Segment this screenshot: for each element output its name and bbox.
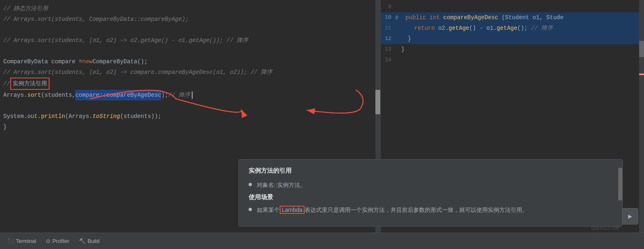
lambda-highlight: Lambda [280,206,305,214]
popup-bullet-text: 对象名::实例方法。 [257,180,306,189]
popup-bullet-1: 对象名::实例方法。 [249,180,613,189]
profiler-label: Profiler [52,238,69,244]
method-tostring: toString [92,111,120,122]
selected-method-ref: compare::compareByAgeDesc [75,90,161,100]
scrollbar-error-mark [639,73,644,75]
code-block: // 静态方法引用 // Arrays.sort(students, Compa… [0,0,380,136]
popup-title: 实例方法的引用 [249,167,613,175]
right-code-text: } [401,44,644,55]
line-number: 13 [381,44,395,55]
method-name: compareByAgeDesc [443,14,498,21]
right-code-line-11: 11 return o2.getAge() - o1.getAge(); // … [381,23,644,33]
popup-panel: 实例方法的引用 对象名::实例方法。 使用场景 如果某个Lambda表达式里只是… [238,159,623,227]
bullet2-prefix: 如果某个 [257,207,280,213]
popup-section-title: 使用场景 [249,193,613,201]
code-text: CompareByData compare = [3,56,82,67]
code-text: ); [161,90,168,100]
bottom-toolbar: ⬛ Terminal ⊙ Profiler 🔨 Build [0,233,644,249]
code-line: // Arrays.sort(students, CompareByData::… [0,14,380,24]
cursor-bar [192,91,193,99]
breakpoint-marker: @ [395,12,398,23]
right-code-text: } [401,33,644,44]
code-line-println: System.out.println(Arrays.toString(stude… [0,111,380,122]
line-number: 11 [381,23,395,33]
code-text: System.out. [3,111,41,122]
code-text: (students, [41,90,75,100]
code-line: // Arrays.sort(students, (o1, o2) -> com… [0,67,380,78]
line-number: 9 [381,2,395,12]
method-getage: getAge [449,25,469,31]
comment-text: // Arrays.sort(students, (o1, o2) -> o2.… [3,35,248,46]
code-text: (Arrays. [65,111,92,122]
keyword-public: public [406,14,426,21]
profiler-tab[interactable]: ⊙ Profiler [42,236,73,246]
build-label: Build [88,238,99,244]
right-code-block: 9 10 @ public int compareByAgeDesc (Stud… [381,0,644,67]
closing-brace: } [3,122,7,132]
right-scrollbar[interactable] [639,0,644,233]
keyword-new: new [82,56,92,67]
code-line-blank [0,24,380,35]
line-number: 14 [381,55,395,65]
comment-text: // Arrays.sort(students, CompareByData::… [3,14,189,24]
right-code-line-10: 10 @ public int compareByAgeDesc (Studen… [381,12,644,23]
code-line: CompareByData compare = new CompareByDat… [0,56,380,67]
play-button[interactable]: ▶ [622,208,638,225]
right-code-line-12: 12 } [381,33,644,44]
build-tab[interactable]: 🔨 Build [75,236,103,246]
code-text: Arrays. [3,90,27,100]
comment-text: // 静态方法引用 [3,3,48,14]
comment-inline: // 降序 [168,90,190,100]
closing-brace: } [408,36,411,42]
bullet-icon [249,183,252,186]
red-box-label: 实例方法引用 [10,78,49,90]
terminal-tab[interactable]: ⬛ Terminal [3,236,40,246]
code-text: CompareByData(); [92,56,147,67]
right-code-text: public int compareByAgeDesc (Student o1,… [404,12,644,23]
right-code-text: return o2.getAge() - o1.getAge(); // 降序 [401,23,644,33]
popup-bullet-2: 如果某个Lambda表达式里只是调用一个实例方法，并且前后参数的形式一致，就可以… [249,205,613,214]
code-text: () - o1. [469,25,496,31]
scrollbar-thumb[interactable] [375,90,380,114]
comment-text: // Arrays.sort(students, (o1, o2) -> com… [3,67,272,78]
popup-scrollbar-thumb[interactable] [618,168,622,200]
scrollbar-thumb[interactable] [639,41,644,57]
profiler-icon: ⊙ [46,238,50,244]
method-println: println [41,111,65,122]
code-line-blank [0,100,380,111]
code-text: (); [517,25,531,31]
popup-bullet-text-2: 如果某个Lambda表达式里只是调用一个实例方法，并且前后参数的形式一致，就可以… [257,205,528,214]
line-number: 10 [381,12,395,23]
code-line-blank [0,46,380,56]
code-line-instance-ref: // 实例方法引用 [0,78,380,90]
comment-inline: // 降序 [531,25,553,31]
terminal-label: Terminal [16,238,36,244]
bullet-icon [249,208,252,211]
right-code-line-9: 9 [381,2,644,12]
build-icon: 🔨 [79,238,85,244]
terminal-icon: ⬛ [7,238,14,244]
code-line: // Arrays.sort(students, (o1, o2) -> o2.… [0,35,380,46]
code-line: // 静态方法引用 [0,3,380,14]
bullet2-suffix: 表达式里只是调用一个实例方法，并且前后参数的形式一致，就可以使用实例方法引用。 [305,207,528,213]
code-line-sort: Arrays.sort(students, compare::compareBy… [0,90,380,100]
keyword-int: int [429,14,440,21]
code-text: (students)); [120,111,162,122]
params: (Student o1, Stude [502,14,563,21]
right-code-line-13: 13 } [381,44,644,55]
keyword-return: return [414,25,435,31]
right-code-line-14: 14 [381,55,644,65]
method-name: sort [27,90,41,100]
comment-slash: // [3,78,10,89]
closing-brace: } [401,46,404,53]
code-line-brace: } [0,122,380,132]
line-number: 12 [381,33,395,44]
code-text: o2. [438,25,449,31]
method-getage2: getAge [497,25,517,31]
